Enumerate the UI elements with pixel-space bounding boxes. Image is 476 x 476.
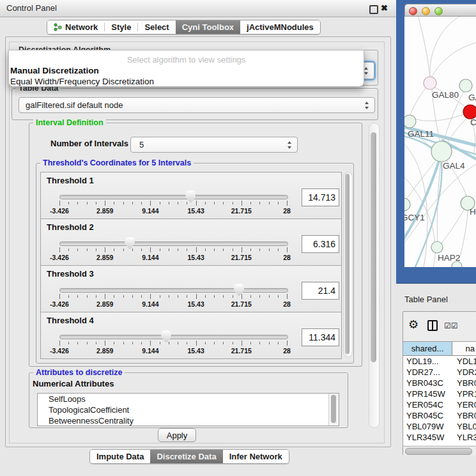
slider-track[interactable] <box>59 195 288 199</box>
cell-shared-name[interactable]: YIL052C <box>403 443 452 445</box>
dropdown-option-equal-width-frequency[interactable]: Equal Width/Frequency Discretization <box>9 76 364 87</box>
settings-gear-icon[interactable]: ⚙ <box>408 318 418 332</box>
list-item[interactable]: TopologicalCoefficient <box>38 404 339 415</box>
table-row[interactable]: YDL19...YDL1 <box>403 356 476 367</box>
split-view-icon[interactable] <box>427 320 438 331</box>
tab-network[interactable]: Network <box>47 20 104 34</box>
threshold-slider[interactable]: -3.4262.8599.14415.4321.71528 <box>59 236 287 262</box>
column-header-name[interactable]: na <box>452 342 476 355</box>
threshold-slider[interactable]: -3.4262.8599.14415.4321.71528 <box>59 190 287 215</box>
cell-shared-name[interactable]: YBL079W <box>403 421 452 432</box>
cell-shared-name[interactable]: YPR145W <box>403 388 452 399</box>
scrollbar-thumb[interactable] <box>371 132 376 362</box>
tab-style[interactable]: Style <box>105 20 137 34</box>
slider-ticks <box>59 340 287 346</box>
network-node-hap2[interactable] <box>431 242 443 253</box>
float-window-icon[interactable] <box>369 5 378 14</box>
num-intervals-combobox[interactable]: 5 <box>130 137 298 153</box>
table-panel-toolbar: ⚙ ☑☑ <box>403 312 476 341</box>
table-row[interactable]: YDR27...YDR2 <box>403 367 476 378</box>
apply-button[interactable]: Apply <box>158 428 196 442</box>
control-panel-titlebar: Control Panel ✖ <box>0 0 396 17</box>
cell-shared-name[interactable]: YLR345W <box>403 432 452 443</box>
node-label-h-partial: H <box>470 207 476 217</box>
cell-shared-name[interactable]: YDL19... <box>403 356 452 367</box>
network-window-titlebar[interactable] <box>404 4 476 17</box>
network-node-gcy1[interactable] <box>404 198 410 211</box>
cell-name[interactable]: YLR3 <box>452 432 476 443</box>
tab-infer-network[interactable]: Infer Network <box>223 450 289 463</box>
table-horizontal-scrollbar[interactable] <box>403 446 476 456</box>
zoom-traffic-light[interactable] <box>434 7 443 15</box>
network-view-window: GAL80GACGAL11GAL4GCY1HHAP2 <box>396 0 476 284</box>
network-canvas[interactable]: GAL80GACGAL11GAL4GCY1HHAP2 <box>404 17 476 267</box>
scrollbar-thumb[interactable] <box>405 448 472 455</box>
cell-name[interactable]: YDR2 <box>452 367 476 378</box>
network-node-red-node[interactable] <box>463 105 476 119</box>
threshold-value-field[interactable]: 11.344 <box>302 328 339 346</box>
main-vertical-scrollbar[interactable] <box>369 123 380 428</box>
minimize-traffic-light[interactable] <box>422 7 430 15</box>
threshold-value-field[interactable]: 14.713 <box>302 188 339 206</box>
slider-ticks <box>59 247 287 253</box>
slider-tick-labels: -3.4262.8599.14415.4321.71528 <box>59 300 287 308</box>
slider-track[interactable] <box>59 335 288 339</box>
network-node-gal80[interactable] <box>424 77 436 89</box>
table-row[interactable]: YER054CYER0 <box>403 399 476 410</box>
tab-select[interactable]: Select <box>138 20 175 34</box>
cell-shared-name[interactable]: YDR27... <box>403 367 452 378</box>
combo-value: 5 <box>139 137 144 152</box>
combo-arrows-icon <box>288 141 292 149</box>
cell-name[interactable]: YIL0 <box>452 443 476 445</box>
list-item[interactable]: BetweennessCentrality <box>38 415 339 426</box>
close-traffic-light[interactable] <box>409 7 417 15</box>
cell-name[interactable]: YER0 <box>452 399 476 410</box>
threshold-panel: Threshold 4-3.4262.8599.14415.4321.71528… <box>40 312 342 359</box>
combo-value: galFiltered.sif default node <box>26 98 123 112</box>
tab-discretize-data[interactable]: Discretize Data <box>150 450 222 463</box>
table-row[interactable]: YPR145WYPR1 <box>403 388 476 399</box>
table-data-combobox[interactable]: galFiltered.sif default node <box>19 97 375 113</box>
table-row[interactable]: YBR043CYBR0 <box>403 378 476 388</box>
table-row[interactable]: YIL052CYIL0 <box>403 443 476 445</box>
node-label-gal4: GAL4 <box>443 161 465 171</box>
table-row[interactable]: YLR345WYLR3 <box>403 432 476 443</box>
cell-name[interactable]: YPR1 <box>452 388 476 399</box>
scrollbar-thumb[interactable] <box>345 174 349 354</box>
dropdown-option-manual-discretization[interactable]: Manual Discretization <box>9 65 364 76</box>
tab-cyni-toolbox[interactable]: Cyni Toolbox <box>176 20 240 34</box>
thresholds-group: Threshold's Coordinates for 5 Intervals … <box>36 163 354 364</box>
scrollbar-thumb[interactable] <box>331 395 336 423</box>
cell-shared-name[interactable]: YBR043C <box>403 378 452 388</box>
cell-name[interactable]: YBR0 <box>452 410 476 421</box>
slider-track[interactable] <box>59 242 288 246</box>
threshold-value-field[interactable]: 21.4 <box>302 282 339 300</box>
cell-shared-name[interactable]: YBR045C <box>403 410 452 421</box>
network-node-gal4[interactable] <box>431 141 452 162</box>
attributes-group: Attributes to discretize Numerical Attri… <box>29 372 348 428</box>
list-scrollbar[interactable] <box>328 394 339 426</box>
threshold-slider[interactable]: -3.4262.8599.14415.4321.71528 <box>59 330 287 355</box>
tab-jactivemnodules[interactable]: jActiveMNodules <box>240 20 320 34</box>
cell-name[interactable]: YBL0 <box>452 421 476 432</box>
top-tab-bar: Network Style Select Cyni Toolbox jActiv… <box>47 20 321 35</box>
tab-impute-data[interactable]: Impute Data <box>90 450 150 463</box>
cell-name[interactable]: YBR0 <box>452 378 476 388</box>
table-row[interactable]: YBR045CYBR0 <box>403 410 476 421</box>
close-icon[interactable]: ✖ <box>381 3 388 13</box>
network-node-gal-partial[interactable] <box>459 79 472 92</box>
table-data-group: Table Data galFiltered.sif default node <box>12 88 378 120</box>
cell-shared-name[interactable]: YER054C <box>403 399 452 410</box>
list-item[interactable]: SelfLoops <box>38 394 339 404</box>
threshold-value-field[interactable]: 6.316 <box>302 235 339 253</box>
slider-track[interactable] <box>59 288 288 293</box>
cell-name[interactable]: YDL1 <box>452 356 476 367</box>
network-icon <box>54 23 62 31</box>
network-node-gal11[interactable] <box>404 115 416 128</box>
tab-label: Select <box>144 22 169 32</box>
threshold-slider[interactable]: -3.4262.8599.14415.4321.71528 <box>59 283 287 309</box>
select-columns-icon[interactable]: ☑☑ <box>444 321 458 330</box>
thresholds-scrollbar[interactable] <box>343 172 353 357</box>
column-header-shared-name[interactable]: shared... <box>403 342 452 355</box>
table-row[interactable]: YBL079WYBL0 <box>403 421 476 432</box>
